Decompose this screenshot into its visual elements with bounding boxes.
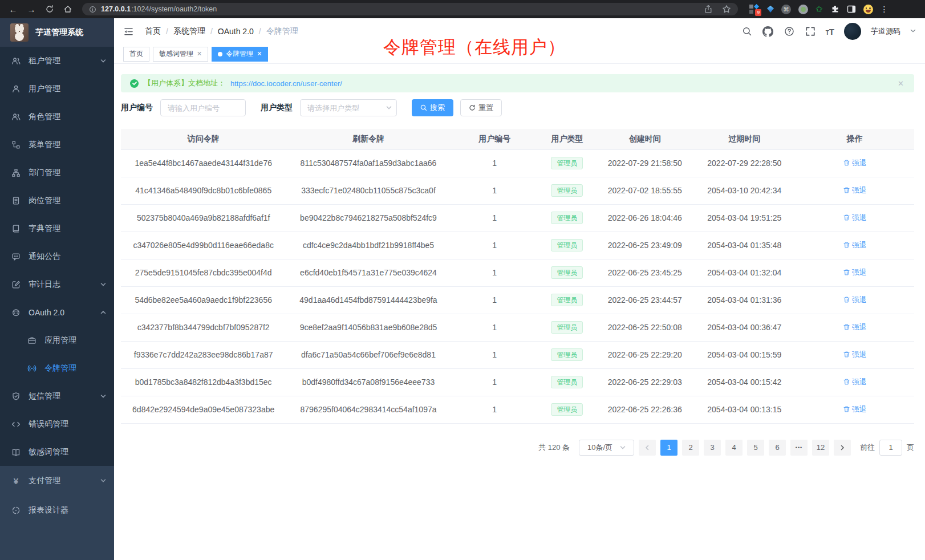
breadcrumb-oauth2[interactable]: OAuth 2.0 <box>218 27 254 36</box>
page-button-12[interactable]: 12 <box>812 440 829 456</box>
cell-access-token: 275e5de9151045fe87cbdc395e004f4d <box>121 259 286 286</box>
alert-doc-link[interactable]: https://doc.iocoder.cn/user-center/ <box>230 79 342 88</box>
site-info-icon[interactable] <box>89 6 96 13</box>
sidebar-collapse-icon[interactable] <box>123 25 136 38</box>
extension-record-icon[interactable] <box>798 5 808 14</box>
goto-page-input[interactable] <box>879 440 902 456</box>
force-logout-button[interactable]: 强退 <box>843 377 867 387</box>
force-logout-button[interactable]: 强退 <box>843 158 867 168</box>
fullscreen-icon[interactable] <box>805 26 816 37</box>
sidebar-item-oauth2-app[interactable]: 应用管理 <box>0 326 114 354</box>
sidebar-item-dept[interactable]: 部门管理 <box>0 159 114 186</box>
bookmark-star-icon[interactable] <box>722 5 731 14</box>
force-logout-button[interactable]: 强退 <box>843 404 867 415</box>
cell-create-time: 2022-06-25 22:29:03 <box>596 368 693 396</box>
chevron-down-icon <box>100 478 106 484</box>
tab-home[interactable]: 首页 <box>123 47 149 62</box>
sidebar-item-notice[interactable]: 通知公告 <box>0 242 114 270</box>
sidebar-item-label: 短信管理 <box>29 391 60 401</box>
sidebar-item-dict[interactable]: 字典管理 <box>0 214 114 242</box>
sidebar-item-post[interactable]: 岗位管理 <box>0 186 114 214</box>
app-logo <box>10 23 29 42</box>
share-icon[interactable] <box>704 5 713 14</box>
help-icon[interactable] <box>784 26 795 37</box>
col-access-token: 访问令牌 <box>121 129 286 149</box>
sidebar-item-report-designer[interactable]: 报表设计器 <box>0 496 114 525</box>
sidebar-item-audit-log[interactable]: 审计日志 <box>0 270 114 298</box>
cell-create-time: 2022-06-25 22:29:20 <box>596 341 693 368</box>
force-logout-button[interactable]: 强退 <box>843 213 867 223</box>
page-button-5[interactable]: 5 <box>747 440 764 456</box>
sidebar-item-oauth2[interactable]: OAuth 2.0 <box>0 298 114 326</box>
page-button-6[interactable]: 6 <box>769 440 786 456</box>
close-icon[interactable]: ✕ <box>197 50 202 58</box>
avatar[interactable] <box>844 23 861 40</box>
page-button-2[interactable]: 2 <box>682 440 699 456</box>
cell-create-time: 2022-06-25 22:26:36 <box>596 396 693 423</box>
browser-forward-icon[interactable]: → <box>24 2 39 16</box>
more-pages-button[interactable]: ••• <box>790 440 808 456</box>
profile-avatar-icon[interactable] <box>863 5 873 14</box>
page-button-3[interactable]: 3 <box>704 440 721 456</box>
page-button-1[interactable]: 1 <box>660 440 677 456</box>
force-logout-button[interactable]: 强退 <box>843 322 867 332</box>
username[interactable]: 芋道源码 <box>871 26 900 36</box>
side-panel-icon[interactable] <box>847 5 856 14</box>
browser-reload-icon[interactable] <box>42 2 57 16</box>
breadcrumb-home[interactable]: 首页 <box>145 26 161 36</box>
mask-icon <box>11 308 21 317</box>
cell-user-type: 管理员 <box>538 368 597 396</box>
extensions-puzzle-icon[interactable] <box>830 5 839 14</box>
extension-star-icon[interactable]: ✩ <box>816 4 823 14</box>
browser-back-icon[interactable]: ← <box>6 2 21 16</box>
search-button[interactable]: 搜索 <box>412 99 453 116</box>
user-type-select-input[interactable] <box>300 99 397 116</box>
force-logout-button[interactable]: 强退 <box>843 295 867 305</box>
sidebar-item-label: 支付管理 <box>29 476 60 486</box>
page-size-select[interactable]: 10条/页 <box>579 440 634 456</box>
table-row: c347026e805e4d99b0d116eae66eda8c cdfc4ce… <box>121 232 914 259</box>
force-logout-button[interactable]: 强退 <box>843 350 867 360</box>
tab-sensitive-word[interactable]: 敏感词管理 ✕ <box>153 47 208 62</box>
sidebar-item-error-code[interactable]: 错误码管理 <box>0 410 114 438</box>
browser-home-icon[interactable] <box>60 2 75 16</box>
sidebar-logo-row[interactable]: 芋道管理系统 <box>0 18 114 47</box>
sidebar-item-sms[interactable]: 短信管理 <box>0 382 114 410</box>
reset-button[interactable]: 重置 <box>460 99 502 116</box>
extension-tampermonkey-icon[interactable]: 9 <box>749 4 760 14</box>
breadcrumb-system[interactable]: 系统管理 <box>173 26 205 36</box>
alert-close-icon[interactable]: ✕ <box>898 79 904 88</box>
user-id-input[interactable] <box>160 99 246 116</box>
cell-actions: 强退 <box>795 177 914 204</box>
search-icon[interactable] <box>741 26 753 37</box>
briefcase-icon <box>27 336 36 345</box>
prev-page-button[interactable] <box>639 440 656 456</box>
sidebar-item-role[interactable]: 角色管理 <box>0 103 114 131</box>
cell-refresh-token: b0df4980ffd34c67a08f9156e4eee733 <box>286 368 451 396</box>
extension-gem-icon[interactable] <box>767 6 774 13</box>
next-page-button[interactable] <box>834 440 851 456</box>
browser-menu-icon[interactable]: ⋮ <box>881 5 889 14</box>
page-button-4[interactable]: 4 <box>725 440 743 456</box>
extension-command-icon[interactable]: ⌘ <box>781 5 791 14</box>
force-logout-button[interactable]: 强退 <box>843 240 867 250</box>
sidebar-item-oauth2-token[interactable]: 令牌管理 <box>0 354 114 382</box>
force-logout-button[interactable]: 强退 <box>843 267 867 278</box>
force-logout-button[interactable]: 强退 <box>843 185 867 196</box>
sidebar-item-pay[interactable]: ¥ 支付管理 <box>0 466 114 496</box>
close-icon[interactable]: ✕ <box>257 50 262 58</box>
sidebar-item-menu[interactable]: 菜单管理 <box>0 131 114 159</box>
sidebar-item-sensitive-word[interactable]: 敏感词管理 <box>0 438 114 466</box>
cell-expire-time: 2054-03-04 00:15:42 <box>693 368 795 396</box>
font-size-icon[interactable]: TT <box>826 27 834 36</box>
table-row: f9336e7c7dd242a283ee98dc86b17a87 dfa6c71… <box>121 341 914 368</box>
tab-token[interactable]: 令牌管理 ✕ <box>212 47 268 62</box>
sidebar-item-tenant[interactable]: 租户管理 <box>0 47 114 75</box>
caret-down-icon[interactable] <box>910 28 916 35</box>
chevron-down-icon <box>620 445 626 451</box>
sidebar-item-user[interactable]: 用户管理 <box>0 75 114 103</box>
github-icon[interactable] <box>762 26 774 37</box>
sidebar: 芋道管理系统 租户管理 用户管理 角色管理 菜单管 <box>0 18 114 560</box>
address-bar[interactable]: 127.0.0.1:1024/system/oauth2/token <box>82 3 738 15</box>
user-type-select[interactable] <box>300 99 397 116</box>
